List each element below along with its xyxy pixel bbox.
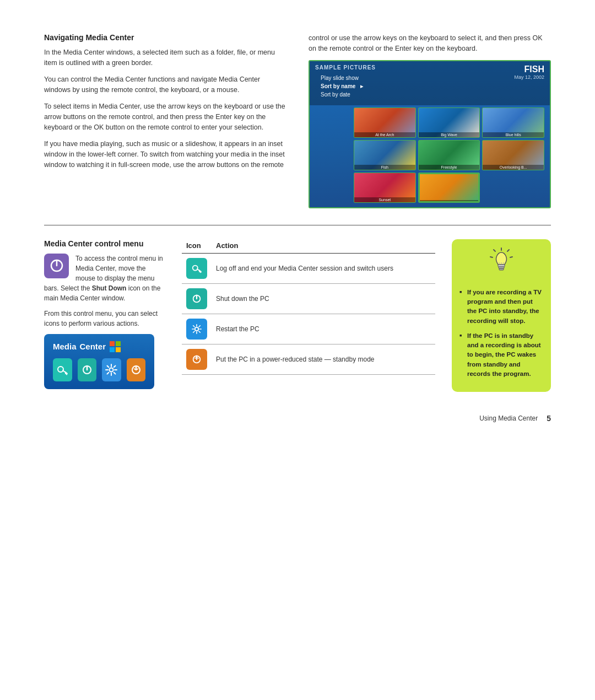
mc-menu-play: Play slide show bbox=[321, 74, 370, 82]
mc-title: FISH bbox=[514, 64, 544, 74]
mc-menu: Play slide show Sort by name ▸ Sort by d… bbox=[315, 71, 376, 102]
nav-para2: You can control the Media Center functio… bbox=[44, 74, 286, 96]
tip-item-2: If the PC is in standby and a recording … bbox=[459, 331, 543, 379]
power-icon-svg2 bbox=[81, 364, 93, 376]
mc-sample-label: SAMPLE PICTURES bbox=[315, 64, 376, 71]
svg-line-43 bbox=[494, 250, 495, 251]
icon-cell-restart bbox=[182, 314, 212, 344]
thumb-hills: Blue hills bbox=[482, 107, 544, 138]
bottom-section: Media Center control menu To access the … bbox=[44, 239, 551, 392]
icon-action-table: Icon Action bbox=[182, 239, 435, 375]
mc-menu-bar-title: Media Center bbox=[53, 341, 145, 353]
svg-point-6 bbox=[58, 367, 63, 372]
thumb-sunset: Sunset bbox=[354, 173, 416, 203]
thumb-over: Overlooking B... bbox=[482, 140, 544, 170]
shutdown-icon bbox=[191, 293, 202, 304]
thumb-sunset-label: Sunset bbox=[354, 197, 415, 202]
col-header-action: Action bbox=[212, 239, 435, 254]
svg-point-29 bbox=[195, 327, 198, 331]
thumb-fish2-label bbox=[420, 200, 479, 201]
thumb-hills-label: Blue hills bbox=[483, 132, 544, 137]
svg-line-44 bbox=[490, 257, 493, 257]
mc-header: SAMPLE PICTURES Play slide show Sort by … bbox=[310, 61, 550, 105]
action-text-logoff: Log off and end your Media Center sessio… bbox=[212, 253, 435, 283]
mc-thumbnails: At the Arch Big Wave Blue hills Fish bbox=[310, 105, 550, 207]
thumb-free: Freestyle bbox=[418, 140, 480, 170]
standby-action-icon bbox=[186, 349, 207, 370]
bottom-left-col: Media Center control menu To access the … bbox=[44, 239, 165, 392]
restart-action-icon bbox=[186, 319, 207, 340]
bottom-right-col: If you are recording a TV program and th… bbox=[452, 239, 551, 392]
left-column: Navigating Media Center In the Media Cen… bbox=[44, 33, 286, 208]
nav-para3: To select items in Media Center, use the… bbox=[44, 101, 286, 133]
thumb-fish-label: Fish bbox=[354, 165, 415, 170]
control-intro: To access the control menu in Media Cent… bbox=[44, 254, 165, 309]
svg-rect-48 bbox=[498, 265, 505, 267]
nav-para1: In the Media Center windows, a selected … bbox=[44, 47, 286, 69]
center-label: Center bbox=[80, 342, 106, 351]
action-text-shutdown: Shut down the PC bbox=[212, 283, 435, 314]
svg-rect-2 bbox=[110, 341, 115, 346]
table-row: Shut down the PC bbox=[182, 283, 435, 314]
svg-line-20 bbox=[107, 372, 109, 374]
mc-menu-sort-name: Sort by name ▸ bbox=[321, 82, 370, 90]
media-label: Media bbox=[53, 342, 77, 351]
action-text-restart: Restart the PC bbox=[212, 314, 435, 344]
footer-page-number: 5 bbox=[547, 414, 551, 423]
page-footer: Using Media Center 5 bbox=[44, 414, 551, 423]
section-title-control: Media Center control menu bbox=[44, 239, 165, 248]
gear-icon-svg bbox=[105, 364, 117, 376]
thumb-arch-label: At the Arch bbox=[354, 132, 415, 137]
mc-screenshot: SAMPLE PICTURES Play slide show Sort by … bbox=[309, 60, 551, 208]
svg-rect-50 bbox=[499, 268, 504, 270]
thumb-over-label: Overlooking B... bbox=[483, 165, 544, 170]
key-action-icon bbox=[186, 258, 207, 279]
power-action-icon bbox=[186, 288, 207, 309]
svg-rect-4 bbox=[110, 347, 115, 352]
thumb-arch: At the Arch bbox=[354, 107, 416, 138]
mc-menu-bar-mockup: Media Center bbox=[44, 334, 154, 389]
tip-item-1: If you are recording a TV program and th… bbox=[459, 288, 543, 326]
svg-line-17 bbox=[107, 365, 109, 367]
svg-line-18 bbox=[114, 372, 116, 374]
control-desc2: From this control menu, you can select i… bbox=[44, 309, 165, 329]
footer-text: Using Media Center bbox=[479, 414, 538, 422]
windows-flag-icon bbox=[109, 341, 121, 353]
standby-icon2 bbox=[191, 354, 202, 365]
svg-line-34 bbox=[193, 325, 194, 326]
bulb-icon bbox=[459, 247, 543, 283]
svg-line-19 bbox=[114, 365, 116, 367]
mc-key-icon-btn[interactable] bbox=[53, 358, 72, 381]
restart-icon bbox=[191, 324, 202, 335]
tip-box: If you are recording a TV program and th… bbox=[452, 239, 551, 392]
svg-line-36 bbox=[199, 325, 200, 326]
table-row: Log off and end your Media Center sessio… bbox=[182, 253, 435, 283]
lightbulb-svg bbox=[489, 247, 513, 277]
thumb-wave-label: Big Wave bbox=[419, 132, 480, 137]
power-icon-svg bbox=[49, 258, 64, 273]
top-section: Navigating Media Center In the Media Cen… bbox=[44, 33, 551, 208]
svg-rect-3 bbox=[116, 341, 121, 346]
mc-gear-icon-btn[interactable] bbox=[102, 358, 121, 381]
nav-para5: control or use the arrow keys on the key… bbox=[309, 33, 551, 55]
thumb-fish: Fish bbox=[354, 140, 416, 170]
icon-cell-power bbox=[182, 283, 212, 314]
tip-list: If you are recording a TV program and th… bbox=[459, 288, 543, 379]
col-header-icon: Icon bbox=[182, 239, 212, 254]
thumb-free-label: Freestyle bbox=[419, 165, 480, 170]
table-row: Put the PC in a power-reduced state — st… bbox=[182, 344, 435, 374]
mc-standby-icon-btn[interactable] bbox=[127, 358, 146, 381]
mc-icons-row bbox=[53, 358, 145, 381]
svg-rect-5 bbox=[116, 347, 121, 352]
mc-power-icon-btn[interactable] bbox=[78, 358, 97, 381]
svg-line-42 bbox=[510, 257, 512, 257]
control-menu-icon bbox=[44, 254, 69, 278]
section-divider bbox=[44, 225, 551, 225]
bottom-middle-col: Icon Action bbox=[182, 239, 435, 392]
section-title-nav: Navigating Media Center bbox=[44, 33, 286, 42]
standby-icon-svg bbox=[130, 364, 142, 376]
icon-cell-standby bbox=[182, 344, 212, 374]
key-icon bbox=[191, 263, 202, 274]
table-row: Restart the PC bbox=[182, 314, 435, 344]
svg-line-41 bbox=[507, 250, 509, 251]
